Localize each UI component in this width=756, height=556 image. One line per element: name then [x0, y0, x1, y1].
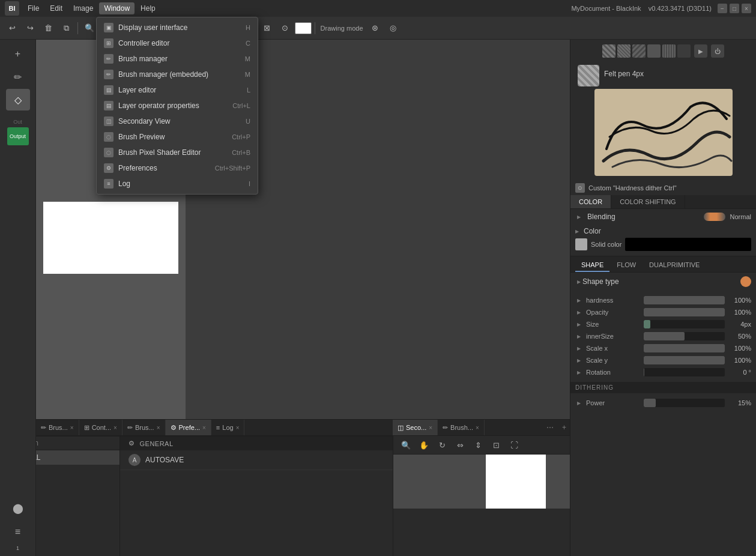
menu-item-secondary-view[interactable]: ◫ Secondary View U [97, 113, 258, 129]
menu-item-preferences[interactable]: ⚙ Preferences Ctrl+Shift+P [97, 160, 258, 176]
tab-color[interactable]: COLOR [570, 195, 611, 208]
scale-y-expand[interactable]: ▶ [575, 357, 582, 364]
output-indicator[interactable]: Output [7, 127, 29, 145]
properties-section: ▶ hardness 100% ▶ Opacity 100% ▶ Size 4p… [570, 291, 756, 382]
btab-log-close[interactable]: × [236, 425, 240, 431]
close-button[interactable]: × [742, 4, 751, 13]
opacity-expand[interactable]: ▶ [575, 309, 582, 316]
hardness-expand[interactable]: ▶ [575, 297, 582, 304]
brush-play-btn[interactable]: ▶ [694, 44, 707, 58]
menu-help[interactable]: Help [136, 2, 160, 14]
sep4 [315, 22, 315, 34]
minimize-button[interactable]: − [718, 4, 727, 13]
sec-flip-v[interactable]: ⇕ [470, 438, 486, 452]
menu-file[interactable]: File [23, 2, 44, 14]
drawing-mode-btn[interactable]: ⊛ [367, 20, 384, 37]
brush-power-btn[interactable]: ⏻ [711, 44, 724, 58]
scale-x-slider[interactable] [644, 344, 725, 352]
btab-brush2-close[interactable]: × [157, 425, 160, 431]
sec-rotate[interactable]: ↻ [434, 438, 450, 452]
blending-expand[interactable]: ▶ [575, 213, 582, 220]
tool-delete[interactable]: 🗑 [40, 20, 56, 37]
menu-item-brush-preview[interactable]: ◌ Brush Preview Ctrl+P [97, 129, 258, 145]
tab-shape[interactable]: SHAPE [575, 259, 609, 272]
brush-preset-2[interactable] [617, 44, 631, 58]
sec-flip-h[interactable]: ⇔ [452, 438, 468, 452]
btab-prefs[interactable]: ⚙ Prefe... × [166, 420, 211, 435]
scale-x-expand[interactable]: ▶ [575, 345, 582, 352]
menu-window[interactable]: Window [99, 2, 135, 14]
brush-preset-6[interactable] [677, 44, 691, 58]
brush-preset-1[interactable] [602, 44, 615, 58]
secondary-close[interactable]: × [429, 425, 432, 431]
menu-item-brush-manager-embedded[interactable]: ✏ Brush manager (embedded) M [97, 67, 258, 82]
maximize-button[interactable]: □ [730, 4, 739, 13]
brush-preset-4[interactable] [647, 44, 661, 58]
menu-item-log[interactable]: ≡ Log I [97, 176, 258, 192]
btab-controller-close[interactable]: × [113, 425, 117, 431]
btab-controller[interactable]: ⊞ Cont... × [79, 420, 122, 435]
color-swatch-black[interactable] [625, 238, 751, 251]
menu-item-brush-shader[interactable]: ◌ Brush Pixel Shader Editor Ctrl+B [97, 145, 258, 160]
tool-bottom2[interactable]: ≡ [6, 521, 30, 543]
brush-right-close[interactable]: × [476, 425, 479, 431]
secondary-canvas[interactable] [393, 455, 570, 509]
tab-flow[interactable]: FLOW [611, 259, 642, 272]
tool-copy[interactable]: ⧉ [58, 20, 74, 37]
controller-editor-label: Controller editor [118, 39, 241, 47]
innersize-slider[interactable] [644, 332, 725, 340]
btab-right-more[interactable]: ⋯ [542, 423, 558, 432]
tool-select-active[interactable]: ◇ [6, 89, 30, 110]
menu-item-controller-editor[interactable]: ⊞ Controller editor C [97, 35, 258, 51]
rotation-expand[interactable]: ▶ [575, 369, 582, 376]
tool-redo[interactable]: ↪ [22, 20, 38, 37]
innersize-expand[interactable]: ▶ [575, 333, 582, 340]
menu-image[interactable]: Image [68, 2, 98, 14]
size-expand[interactable]: ▶ [575, 321, 582, 328]
menu-item-display-ui[interactable]: ▣ Display user interface H [97, 20, 258, 35]
sec-pan[interactable]: ✋ [416, 438, 432, 452]
scale-y-slider[interactable] [644, 356, 725, 364]
drawing-mode-btn2[interactable]: ◎ [385, 20, 402, 37]
menu-edit[interactable]: Edit [45, 2, 67, 14]
btab-brush2[interactable]: ✏ Brus... × [122, 420, 166, 435]
hardness-slider[interactable] [644, 296, 725, 304]
menu-item-layer-operator[interactable]: ▤ Layer operator properties Ctrl+L [97, 98, 258, 113]
secondary-view-icon: ◫ [104, 116, 113, 126]
brush-preset-3[interactable] [632, 44, 646, 58]
tool-undo[interactable]: ↩ [4, 20, 20, 37]
menu-item-layer-editor[interactable]: ▤ Layer editor L [97, 82, 258, 98]
btab-brush1-close[interactable]: × [70, 425, 74, 431]
btab-secondary-view[interactable]: ◫ Seco... × [393, 420, 438, 435]
tool-brush[interactable]: ✏ [6, 66, 30, 88]
display-ui-label: Display user interface [118, 23, 241, 32]
color-expand-icon[interactable]: ▶ [575, 229, 579, 234]
tab-dualprimitive[interactable]: DUALPRIMITIVE [643, 259, 706, 272]
tool-fill2[interactable]: ⊙ [277, 20, 294, 37]
shape-type-expand[interactable]: ▶ [575, 278, 582, 285]
brush-preset-5[interactable] [662, 44, 676, 58]
btab-brush2-icon: ✏ [127, 424, 133, 432]
power-expand[interactable]: ▶ [575, 399, 582, 406]
btab-brush1[interactable]: ✏ Brus... × [36, 420, 79, 435]
btab-prefs-close[interactable]: × [202, 425, 206, 431]
app-logo[interactable]: BI [5, 1, 19, 16]
size-slider[interactable] [644, 320, 725, 328]
opacity-slider[interactable] [644, 308, 725, 316]
power-slider[interactable] [644, 399, 725, 407]
tool-bottom1[interactable]: ⬤ [6, 497, 30, 519]
sec-zoom-in[interactable]: 🔍 [398, 438, 414, 452]
shape-type-circle[interactable] [740, 276, 751, 287]
menu-item-brush-manager[interactable]: ✏ Brush manager M [97, 51, 258, 67]
sec-fullscreen[interactable]: ⛶ [506, 438, 522, 452]
tool-fill1[interactable]: ⊠ [259, 20, 276, 37]
btab-brush-right[interactable]: ✏ Brush... × [438, 420, 485, 435]
btab-right-plus[interactable]: + [558, 423, 570, 432]
tab-color-shifting[interactable]: COLOR SHIFTING [611, 195, 685, 208]
color-box[interactable] [295, 22, 312, 34]
tool-create[interactable]: + [6, 43, 30, 65]
tool-zoom[interactable]: 🔍 [81, 20, 98, 37]
rotation-slider[interactable] [644, 368, 725, 376]
btab-log[interactable]: ≡ Log × [211, 420, 245, 435]
sec-zoom-fit[interactable]: ⊡ [488, 438, 504, 452]
